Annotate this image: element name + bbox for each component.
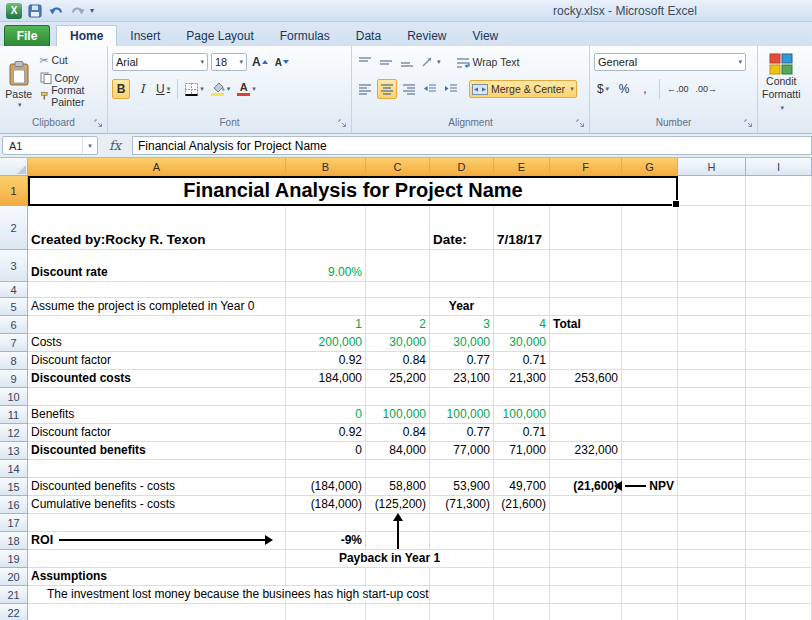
cell-E19[interactable]	[494, 550, 550, 568]
cell-E21[interactable]	[494, 586, 550, 604]
cell-D12[interactable]: 0.77	[430, 424, 494, 442]
clipboard-dialog-launcher-icon[interactable]	[94, 119, 103, 130]
cell-B8[interactable]: 0.92	[286, 352, 366, 370]
cell-C8[interactable]: 0.84	[366, 352, 430, 370]
cell-A18[interactable]: ROI	[28, 532, 286, 550]
cell-G2[interactable]	[622, 206, 678, 250]
cell-C16[interactable]: (125,200)	[366, 496, 430, 514]
cell-B12[interactable]: 0.92	[286, 424, 366, 442]
cell-I1[interactable]	[746, 176, 812, 206]
cell-B10[interactable]	[286, 388, 366, 406]
cell-H14[interactable]	[678, 460, 746, 478]
align-left-button[interactable]	[356, 79, 374, 99]
font-color-button[interactable]: A	[235, 79, 258, 99]
cell-I2[interactable]	[746, 206, 812, 250]
cell-A15[interactable]: Discounted benefits - costs	[28, 478, 286, 496]
align-right-button[interactable]	[400, 79, 418, 99]
cell-D21[interactable]	[430, 586, 494, 604]
cell-H6[interactable]	[678, 316, 746, 334]
cell-F22[interactable]	[550, 604, 622, 620]
cell-H5[interactable]	[678, 298, 746, 316]
increase-indent-button[interactable]	[442, 79, 460, 99]
cell-D11[interactable]: 100,000	[430, 406, 494, 424]
cell-A10[interactable]	[28, 388, 286, 406]
cell-A14[interactable]	[28, 460, 286, 478]
insert-function-button[interactable]: fx	[102, 136, 128, 155]
row-header-13[interactable]: 13	[0, 442, 28, 460]
cell-G17[interactable]	[622, 514, 678, 532]
cell-H10[interactable]	[678, 388, 746, 406]
cell-A21[interactable]: The investment lost money because the bu…	[28, 586, 286, 604]
column-header-G[interactable]: G	[622, 158, 678, 176]
cell-C11[interactable]: 100,000	[366, 406, 430, 424]
cell-H4[interactable]	[678, 282, 746, 298]
font-size-combobox[interactable]: 18	[211, 53, 247, 71]
cell-G14[interactable]	[622, 460, 678, 478]
cell-E3[interactable]	[494, 250, 550, 282]
cell-H22[interactable]	[678, 604, 746, 620]
cell-E15[interactable]: 49,700	[494, 478, 550, 496]
cell-B18[interactable]: -9%	[286, 532, 366, 550]
cell-I6[interactable]	[746, 316, 812, 334]
cell-D5[interactable]: Year	[430, 298, 494, 316]
formula-input[interactable]: Financial Analysis for Project Name	[132, 136, 812, 155]
cell-I16[interactable]	[746, 496, 812, 514]
cell-C10[interactable]	[366, 388, 430, 406]
cell-C12[interactable]: 0.84	[366, 424, 430, 442]
cell-H12[interactable]	[678, 424, 746, 442]
cell-I13[interactable]	[746, 442, 812, 460]
cell-B11[interactable]: 0	[286, 406, 366, 424]
cell-F13[interactable]: 232,000	[550, 442, 622, 460]
cell-D17[interactable]	[430, 514, 494, 532]
cell-A19[interactable]	[28, 550, 286, 568]
align-bottom-button[interactable]	[398, 52, 416, 72]
cell-G18[interactable]	[622, 532, 678, 550]
cell-D18[interactable]	[430, 532, 494, 550]
cell-H13[interactable]	[678, 442, 746, 460]
cell-H11[interactable]	[678, 406, 746, 424]
cell-E6[interactable]: 4	[494, 316, 550, 334]
cell-D4[interactable]	[430, 282, 494, 298]
tab-home[interactable]: Home	[56, 25, 117, 46]
tab-file[interactable]: File	[4, 25, 50, 46]
row-header-15[interactable]: 15	[0, 478, 28, 496]
cell-H2[interactable]	[678, 206, 746, 250]
cell-G4[interactable]	[622, 282, 678, 298]
cell-G12[interactable]	[622, 424, 678, 442]
number-format-combobox[interactable]: General	[594, 53, 746, 71]
row-header-10[interactable]: 10	[0, 388, 28, 406]
cell-D22[interactable]	[430, 604, 494, 620]
percent-style-button[interactable]: %	[615, 79, 633, 99]
cell-A6[interactable]	[28, 316, 286, 334]
cell-E12[interactable]: 0.71	[494, 424, 550, 442]
excel-app-icon[interactable]: X	[6, 3, 22, 19]
row-header-14[interactable]: 14	[0, 460, 28, 478]
row-header-17[interactable]: 17	[0, 514, 28, 532]
cell-A1[interactable]: Financial Analysis for Project Name	[28, 176, 678, 206]
comma-style-button[interactable]: ,	[636, 79, 654, 99]
cell-I21[interactable]	[746, 586, 812, 604]
cell-G9[interactable]	[622, 370, 678, 388]
cell-B14[interactable]	[286, 460, 366, 478]
cell-E5[interactable]	[494, 298, 550, 316]
cell-A16[interactable]: Cumulative benefits - costs	[28, 496, 286, 514]
tab-formulas[interactable]: Formulas	[267, 25, 343, 46]
cell-G10[interactable]	[622, 388, 678, 406]
cell-I5[interactable]	[746, 298, 812, 316]
cell-I18[interactable]	[746, 532, 812, 550]
cell-D15[interactable]: 53,900	[430, 478, 494, 496]
cell-C3[interactable]	[366, 250, 430, 282]
cell-A9[interactable]: Discounted costs	[28, 370, 286, 388]
format-painter-button[interactable]: Format Painter	[38, 87, 103, 105]
cell-C15[interactable]: 58,800	[366, 478, 430, 496]
cell-F19[interactable]	[550, 550, 622, 568]
row-header-19[interactable]: 19	[0, 550, 28, 568]
cell-F6[interactable]: Total	[550, 316, 622, 334]
bold-button[interactable]: B	[112, 79, 130, 99]
cell-F2[interactable]	[550, 206, 622, 250]
row-header-11[interactable]: 11	[0, 406, 28, 424]
cell-C20[interactable]	[366, 568, 430, 586]
cell-D8[interactable]: 0.77	[430, 352, 494, 370]
cell-B5[interactable]	[286, 298, 366, 316]
cell-E13[interactable]: 71,000	[494, 442, 550, 460]
